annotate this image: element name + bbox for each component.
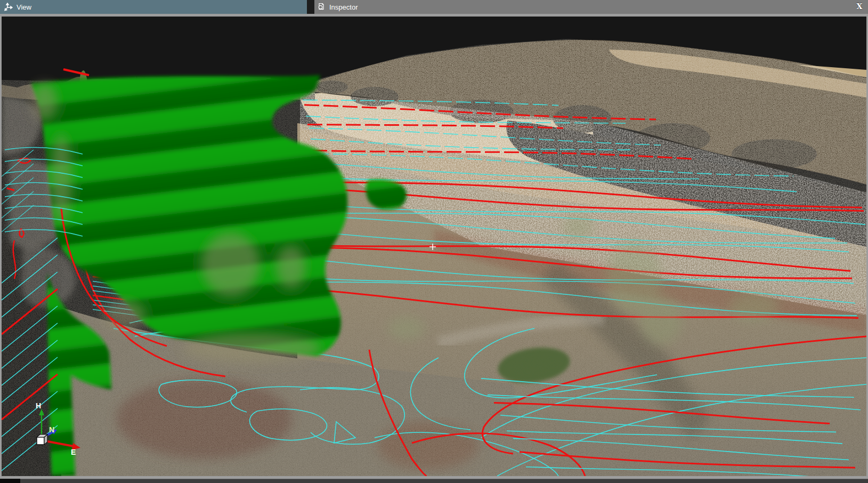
gizmo-origin-cube [37, 434, 47, 445]
inspector-magnifier-icon [317, 3, 326, 11]
inspector-panel-label: Inspector [329, 3, 358, 11]
axis-label-n: N [49, 425, 54, 434]
view-panel-tab[interactable]: View [0, 0, 307, 14]
3d-viewport[interactable]: H N E [0, 14, 868, 479]
axis-3d-icon [4, 3, 13, 11]
title-bar: View Inspector X [0, 0, 868, 14]
view-panel-label: View [17, 3, 31, 11]
point-cloud-scene: H N E [2, 17, 866, 476]
bottom-edge-bar [0, 479, 868, 483]
close-button[interactable]: X [855, 2, 864, 11]
panel-divider [307, 0, 314, 14]
axis-label-e: E [71, 448, 76, 456]
inspector-panel-tab[interactable]: Inspector X [314, 0, 868, 14]
axis-label-h: H [36, 401, 41, 410]
